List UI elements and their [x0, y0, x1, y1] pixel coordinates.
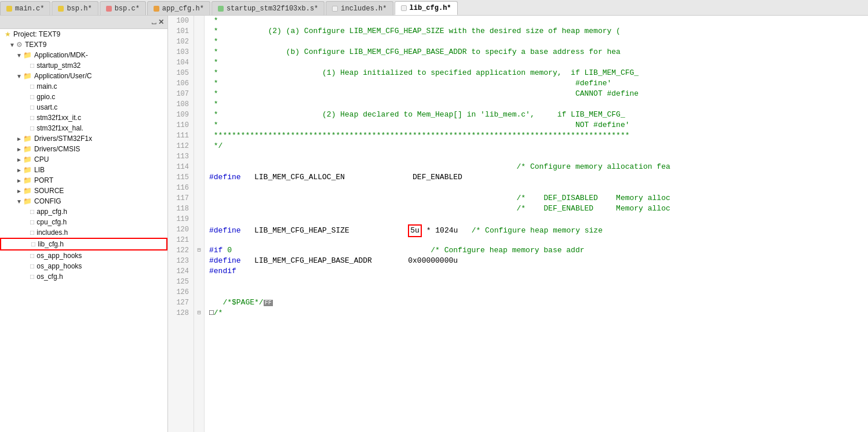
tab-main_c[interactable]: main.c*	[0, 1, 50, 15]
fold-cell-100	[194, 16, 204, 26]
sidebar-item-stm32f1xx_it[interactable]: □stm32f1xx_it.c	[0, 112, 167, 123]
fold-cell-120	[194, 224, 204, 235]
code-line-111: ****************************************…	[209, 130, 863, 141]
tree-arrow-cpu[interactable]: ►	[16, 157, 23, 163]
sidebar-item-main_c[interactable]: □main.c	[0, 81, 167, 92]
fold-cell-126	[194, 287, 204, 297]
keyword-123: #define	[209, 256, 241, 265]
sidebar: ⎵ ✕ ★Project: TEXT9▼⚙TEXT9▼📁Application/…	[0, 16, 168, 432]
tree-arrow-port[interactable]: ►	[16, 177, 23, 184]
line-numbers: 1001011021031041051061071081091101111121…	[168, 16, 194, 432]
line-num-107: 107	[173, 89, 189, 99]
tree-arrow-root[interactable]: ▼	[9, 42, 16, 48]
sidebar-tree[interactable]: ★Project: TEXT9▼⚙TEXT9▼📁Application/MDK-…	[0, 29, 167, 432]
tree-arrow-config[interactable]: ▼	[16, 198, 23, 205]
line-num-111: 111	[173, 130, 189, 141]
tree-arrow-lib[interactable]: ►	[16, 167, 23, 173]
sidebar-item-config[interactable]: ▼📁CONFIG	[0, 196, 167, 206]
tab-label-bsp_h: bsp.h*	[67, 5, 92, 13]
line-num-113: 113	[173, 151, 189, 162]
tab-includes_h[interactable]: includes.h*	[326, 1, 393, 15]
code-line-118: /* DEF_ENABLED Memory alloc	[209, 204, 863, 214]
tab-app_cfg_h[interactable]: app_cfg.h*	[147, 1, 210, 15]
tab-startup[interactable]: startup_stm32f103xb.s*	[211, 1, 324, 15]
keyword-120: #define	[209, 226, 241, 235]
fold-cell-118	[194, 204, 204, 214]
sidebar-label-os_app_hooks1: os_app_hooks	[37, 252, 82, 260]
sidebar-item-os_app_hooks1[interactable]: □os_app_hooks	[0, 251, 167, 261]
folder-icon-cpu: 📁	[23, 155, 32, 164]
fold-cell-127	[194, 297, 204, 308]
code-area[interactable]: 1001011021031041051061071081091101111121…	[168, 16, 868, 432]
tree-arrow-app_mdk[interactable]: ▼	[16, 52, 23, 59]
fold-cell-106	[194, 78, 204, 89]
sidebar-item-cpu[interactable]: ►📁CPU	[0, 154, 167, 165]
tab-bsp_h[interactable]: bsp.h*	[52, 1, 98, 15]
line-num-124: 124	[173, 266, 189, 277]
tab-label-includes_h: includes.h*	[341, 5, 386, 13]
tab-lib_cfg_h[interactable]: lib_cfg.h*	[395, 1, 458, 15]
tree-arrow-drivers_cmsis[interactable]: ►	[16, 146, 23, 153]
sidebar-item-app_user[interactable]: ▼📁Application/User/C	[0, 71, 167, 81]
folder-icon-config: 📁	[23, 197, 32, 205]
code-line-108: *	[209, 99, 863, 110]
code-line-117: /* DEF_DISABLED Memory alloc	[209, 193, 863, 204]
sidebar-item-app_mdk[interactable]: ▼📁Application/MDK-	[0, 50, 167, 60]
fold-area: ⊟⊟	[194, 16, 205, 432]
folder-icon-lib: 📁	[23, 166, 32, 174]
sidebar-project-root[interactable]: ★Project: TEXT9	[0, 29, 167, 39]
sidebar-label-usart_c: usart.c	[37, 103, 57, 111]
fold-cell-108	[194, 99, 204, 110]
sidebar-item-gpio_c[interactable]: □gpio.c	[0, 92, 167, 102]
tab-icon-startup	[218, 6, 224, 12]
code-line-119	[209, 214, 863, 224]
tree-arrow-source[interactable]: ►	[16, 188, 23, 194]
sidebar-item-stm32f1xx_hal[interactable]: □stm32f1xx_hal.	[0, 123, 167, 133]
fold-cell-102	[194, 37, 204, 47]
comment-110: * NOT #define'	[209, 121, 630, 129]
tab-bsp_c[interactable]: bsp.c*	[100, 1, 146, 15]
tree-arrow-drivers_stm32[interactable]: ►	[16, 136, 23, 142]
sidebar-item-root[interactable]: ▼⚙TEXT9	[0, 39, 167, 50]
fold-cell-115	[194, 172, 204, 183]
fold-cell-128[interactable]: ⊟	[194, 308, 204, 318]
sidebar-item-startup_stm32[interactable]: □startup_stm32	[0, 60, 167, 71]
sidebar-item-app_cfg_h[interactable]: □app_cfg.h	[0, 206, 167, 217]
tab-label-app_cfg_h: app_cfg.h*	[162, 5, 204, 13]
line-num-114: 114	[173, 162, 189, 172]
comment-120: /* Configure heap memory size	[472, 226, 603, 235]
code-line-112: */	[209, 141, 863, 151]
tree-arrow-app_user[interactable]: ▼	[16, 73, 23, 79]
tab-label-lib_cfg_h: lib_cfg.h*	[410, 4, 451, 12]
fold-cell-122[interactable]: ⊟	[194, 245, 204, 256]
line-num-119: 119	[173, 214, 189, 224]
close-icon[interactable]: ✕	[158, 18, 164, 26]
sidebar-item-lib_cfg_h[interactable]: □lib_cfg.h	[0, 238, 167, 251]
kw-115: #define	[209, 173, 241, 181]
fold-cell-112	[194, 141, 204, 151]
fold-cell-114	[194, 162, 204, 172]
code-line-103: * (b) Configure LIB_MEM_CFG_HEAP_BASE_AD…	[209, 47, 863, 57]
sidebar-item-os_app_hooks2[interactable]: □os_app_hooks	[0, 261, 167, 271]
fold-cell-117	[194, 193, 204, 204]
sidebar-item-port[interactable]: ►📁PORT	[0, 175, 167, 186]
sidebar-item-drivers_cmsis[interactable]: ►📁Drivers/CMSIS	[0, 144, 167, 154]
tab-icon-lib_cfg_h	[401, 5, 407, 11]
sidebar-item-os_cfg_h[interactable]: □os_cfg.h	[0, 271, 167, 282]
sidebar-item-drivers_stm32[interactable]: ►📁Drivers/STM32F1x	[0, 133, 167, 144]
line-num-109: 109	[173, 110, 189, 120]
line-num-125: 125	[173, 277, 189, 287]
sidebar-item-includes_h[interactable]: □includes.h	[0, 227, 167, 238]
sidebar-item-cpu_cfg_h[interactable]: □cpu_cfg.h	[0, 217, 167, 227]
sidebar-label-os_app_hooks2: os_app_hooks	[37, 262, 82, 270]
code-line-121	[209, 235, 863, 245]
pin-icon[interactable]: ⎵	[152, 18, 156, 26]
fold-cell-123	[194, 256, 204, 266]
comment-112: */	[209, 141, 223, 150]
code-line-114: /* Configure memory allocation fea	[209, 162, 863, 172]
tab-icon-bsp_c	[106, 6, 112, 12]
sidebar-item-usart_c[interactable]: □usart.c	[0, 102, 167, 112]
sidebar-item-source[interactable]: ►📁SOURCE	[0, 186, 167, 196]
sidebar-item-lib[interactable]: ►📁LIB	[0, 165, 167, 175]
file-icon-app_cfg_h: □	[30, 208, 34, 216]
